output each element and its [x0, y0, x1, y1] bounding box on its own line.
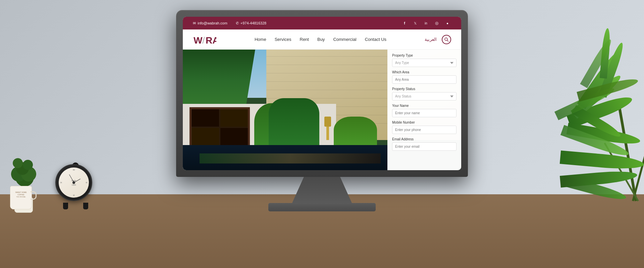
svg-text:RA: RA	[206, 35, 216, 46]
fern-plant-right	[517, 0, 644, 234]
property-type-select[interactable]: Any Type Villa Apartment Commercial	[392, 59, 457, 67]
monitor-bezel: ✉ info@wabrah.com ✆ +974-44816328 f 𝕏	[183, 17, 461, 170]
svg-line-4	[447, 40, 448, 42]
phone-icon: ✆	[236, 21, 239, 25]
property-type-group: Property Type Any Type Villa Apartment C…	[392, 54, 457, 67]
navbar: W / RA Home Services Rent Buy Commercial…	[183, 29, 461, 50]
svg-text:W: W	[194, 35, 203, 46]
name-input[interactable]	[392, 109, 457, 117]
property-status-label: Property Status	[392, 87, 457, 91]
email-input[interactable]	[392, 142, 457, 151]
name-label: Your Name	[392, 104, 457, 108]
monitor-base	[268, 203, 376, 211]
property-status-group: Property Status Any Status For Sale For …	[392, 87, 457, 100]
website-content: ✉ info@wabrah.com ✆ +974-44816328 f 𝕏	[183, 17, 461, 170]
mug-body: SWEET HOMECOFFEETHE ORIGINAL	[10, 186, 32, 209]
area-label: Which Area	[392, 70, 457, 74]
email-icon: ✉	[193, 21, 196, 25]
tropical-plants	[240, 96, 384, 150]
twitter-icon[interactable]: 𝕏	[412, 19, 419, 27]
name-group: Your Name	[392, 104, 457, 117]
desk-clock: Paris 1869 XII VI III IX	[55, 164, 96, 211]
clock-face: Paris 1869 XII VI III IX	[59, 168, 89, 198]
topbar-left: ✉ info@wabrah.com ✆ +974-44816328	[193, 21, 266, 25]
mug-label: SWEET HOMECOFFEETHE ORIGINAL	[10, 186, 32, 198]
linkedin-icon[interactable]: in	[422, 19, 430, 27]
coffee-mug: SWEET HOMECOFFEETHE ORIGINAL	[10, 186, 34, 213]
site-logo[interactable]: W / RA	[193, 33, 216, 46]
topbar-social: f 𝕏 in ◎ ●	[401, 19, 451, 27]
logo-svg: W / RA	[193, 33, 216, 46]
mobile-input[interactable]	[392, 126, 457, 134]
monitor-outer-bezel: ✉ info@wabrah.com ✆ +974-44816328 f 𝕏	[176, 10, 468, 177]
search-button[interactable]	[442, 35, 451, 44]
svg-text:/: /	[202, 35, 205, 46]
mug-handle	[31, 191, 37, 200]
mobile-label: Mobile Number	[392, 121, 457, 124]
instagram-icon[interactable]: ◎	[433, 19, 440, 27]
monitor: ✉ info@wabrah.com ✆ +974-44816328 f 𝕏	[176, 10, 468, 211]
monitor-screen: ✉ info@wabrah.com ✆ +974-44816328 f 𝕏	[183, 17, 461, 170]
svg-point-3	[445, 38, 447, 41]
nav-right-controls: العربية	[425, 35, 451, 44]
property-status-select[interactable]: Any Status For Sale For Rent	[392, 92, 457, 100]
area-input[interactable]	[392, 75, 457, 84]
nav-commercial[interactable]: Commercial	[333, 37, 356, 42]
facebook-icon[interactable]: f	[401, 19, 408, 27]
mobile-group: Mobile Number	[392, 121, 457, 134]
nav-links: Home Services Rent Buy Commercial Contac…	[255, 37, 386, 42]
topbar: ✉ info@wabrah.com ✆ +974-44816328 f 𝕏	[183, 17, 461, 29]
nav-home[interactable]: Home	[255, 37, 266, 42]
search-icon	[444, 37, 449, 42]
nav-rent[interactable]: Rent	[300, 37, 309, 42]
monitor-stand	[292, 177, 352, 204]
other-social-icon[interactable]: ●	[444, 19, 451, 27]
topbar-email[interactable]: ✉ info@wabrah.com	[193, 21, 227, 25]
email-group: Email Address	[392, 137, 457, 151]
email-address-label: Email Address	[392, 137, 457, 141]
clock-feet	[55, 203, 96, 209]
search-form-panel: Property Type Any Type Villa Apartment C…	[387, 50, 461, 170]
clock-body: Paris 1869 XII VI III IX	[55, 164, 92, 201]
nav-buy[interactable]: Buy	[317, 37, 325, 42]
pool-reflection	[200, 153, 381, 163]
hero-section: Property Type Any Type Villa Apartment C…	[183, 50, 461, 170]
topbar-phone[interactable]: ✆ +974-44816328	[236, 21, 266, 25]
nav-services[interactable]: Services	[275, 37, 291, 42]
area-group: Which Area	[392, 70, 457, 84]
property-type-label: Property Type	[392, 54, 457, 57]
arabic-language-link[interactable]: العربية	[425, 37, 437, 42]
nav-contact[interactable]: Contact Us	[365, 37, 386, 42]
